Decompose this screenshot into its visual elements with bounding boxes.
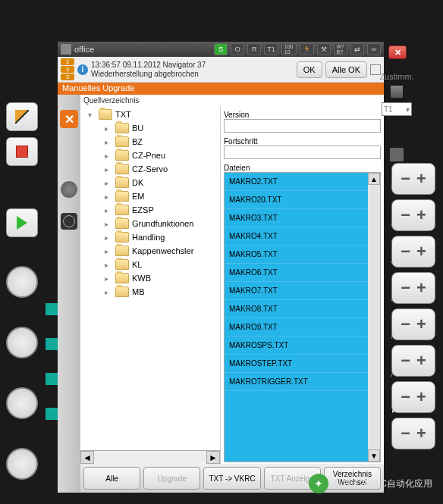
version-label: Version [224,111,381,119]
tree-item[interactable]: ▸EM [82,189,218,203]
file-item[interactable]: MAKRO5.TXT [225,246,368,264]
file-item[interactable]: MAKRO6.TXT [225,264,368,282]
stop-button[interactable] [6,137,38,166]
file-item[interactable]: MAKROTRIGGER.TXT [225,373,368,391]
file-item[interactable]: MAKRO4.TXT [225,227,368,246]
scroll-down-icon[interactable]: ▼ [368,449,380,462]
play-icon [17,216,27,230]
file-item[interactable]: MAKRO9.TXT [225,318,368,337]
tree-item[interactable]: ▸MB [82,285,218,299]
title-bar: office S O R T1 10010 🏃 ⚒ W?B? ⇄ ∞ [58,42,384,57]
axis-btn-2[interactable]: −+ [391,199,435,231]
txt-vkrc-button[interactable]: TXT -> VKRC [203,467,260,490]
tree-item[interactable]: ▸KL [82,258,218,271]
sync-icon[interactable]: ⇄ [350,43,364,55]
axis-btn-1[interactable]: −+ [391,163,435,195]
tree-column: ▾TXT▸BU▸BZ▸CZ-Pneu▸CZ-Servo▸DK▸EM▸EZSP▸G… [80,106,221,464]
jog-dial-2[interactable] [6,327,38,358]
tree-item[interactable]: ▸EZSP [82,203,218,217]
file-item[interactable]: MAKRO2.TXT [225,173,368,191]
badge-3: 3 [61,74,74,80]
tree-root[interactable]: ▾TXT [82,108,218,121]
play-button[interactable] [6,208,38,237]
tool-icon[interactable]: ⚒ [317,43,331,55]
tree-item[interactable]: ▸CZ-Pneu [82,149,218,162]
all-ok-button[interactable]: Alle OK [325,61,367,78]
axis-btn-6[interactable]: −+ [391,345,435,377]
tree-item[interactable]: ▸Handling [82,230,218,244]
pencil-icon [15,110,29,124]
jog-dial-1[interactable] [6,266,38,298]
details-column: Version Fortschritt Dateien MAKRO2.TXTMA… [221,106,384,464]
speed-indicator[interactable]: 10010 [281,43,297,55]
files-label: Dateien [224,164,381,172]
progress-label: Fortschritt [224,137,381,146]
status-r[interactable]: R [247,43,261,55]
file-item[interactable]: MAKRO7.TXT [225,282,368,300]
tree-hscroll[interactable]: ◄ ► [80,450,220,464]
tree-item[interactable]: ▸Kappenwechsler [82,244,218,258]
upgrade-button[interactable]: Upgrade [143,467,200,490]
info-text: 13:36:57 09.11.2012 Navigator 37 Wiederh… [91,61,294,79]
robot-name: office [74,45,94,54]
wb-indicator[interactable]: W?B? [334,43,348,55]
progress-field [224,146,381,159]
jog-dial-3[interactable] [6,387,38,419]
status-s[interactable]: S [214,43,228,55]
ok-button[interactable]: OK [297,61,322,78]
slider-icon[interactable] [391,86,403,98]
file-item[interactable]: MAKRO20.TXT [225,191,368,209]
scroll-up-icon[interactable]: ▲ [368,173,380,185]
axis-btn-4[interactable]: −+ [391,272,435,304]
axis-btn-7[interactable]: −+ [391,381,435,413]
axis-btn-8[interactable]: −+ [391,418,435,449]
tree-item[interactable]: ▸KWB [82,271,218,285]
info-icon: i [77,64,88,75]
source-dir-label: Quellverzeichnis [80,95,384,106]
zustimm-label: Zustimm. [379,72,413,81]
info-bar: 2 3 3 i 13:36:57 09.11.2012 Navigator 37… [58,57,384,83]
robot-icon [61,44,71,55]
file-item[interactable]: MAKRO8.TXT [225,300,368,318]
stop-icon [16,146,28,158]
tree-item[interactable]: ▸Grundfunktionen [82,217,218,230]
axis-btn-5[interactable]: −+ [391,308,435,340]
scroll-left-icon[interactable]: ◄ [80,451,94,464]
file-item[interactable]: MAKROSTEP.TXT [225,355,368,373]
wechat-icon: ✦ [309,474,328,493]
file-item[interactable]: MAKRO3.TXT [225,209,368,227]
file-item[interactable]: MAKROSPS.TXT [225,337,368,355]
robot-small-icon[interactable] [390,148,404,161]
run-icon[interactable]: 🏃 [300,43,314,55]
side-strip: ✕ [58,95,80,493]
tree-item[interactable]: ▸DK [82,176,218,189]
infinity-icon[interactable]: ∞ [367,43,381,55]
jog-dial-4[interactable] [6,448,38,480]
tree-item[interactable]: ▸CZ-Servo [82,162,218,176]
main-screen: office S O R T1 10010 🏃 ⚒ W?B? ⇄ ∞ 2 3 3… [58,42,384,493]
tree-item[interactable]: ▸BZ [82,135,218,149]
banner: Manuelles Upgrade [58,83,384,95]
version-field [224,119,381,133]
badge-2: 3 [61,66,74,73]
badge-1: 2 [61,58,74,65]
scroll-right-icon[interactable]: ► [206,451,220,464]
status-t1[interactable]: T1 [264,43,278,55]
watermark: ✦ 机器人及PLC自动化应用 [309,474,432,493]
gear-icon[interactable] [61,181,77,198]
mode-dropdown[interactable]: T1▾ [382,102,412,116]
file-list[interactable]: MAKRO2.TXTMAKRO20.TXTMAKRO3.TXTMAKRO4.TX… [225,173,368,462]
clock-icon[interactable] [61,213,77,230]
axis-btn-3[interactable]: −+ [391,236,435,268]
tree-item[interactable]: ▸BU [82,121,218,135]
status-o[interactable]: O [231,43,244,55]
all-button[interactable]: Alle [83,467,140,490]
edit-button[interactable] [6,102,38,131]
close-x-button[interactable]: ✕ [60,110,78,128]
file-vscroll[interactable]: ▲ ▼ [368,173,380,462]
